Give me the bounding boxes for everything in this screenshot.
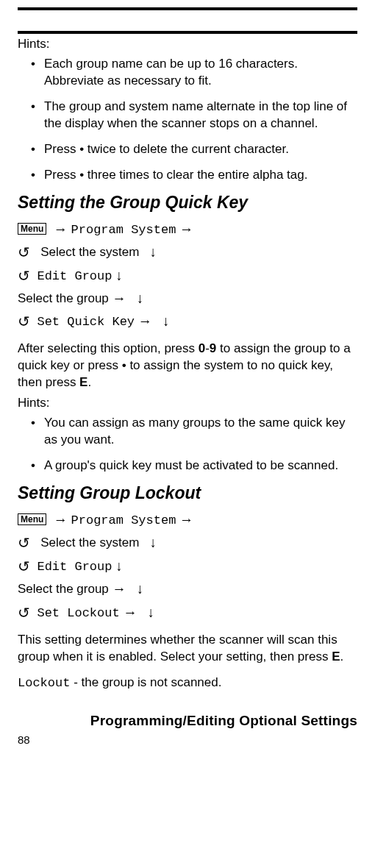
list-item: Press • three times to clear the entire …	[31, 167, 357, 184]
rotate-icon: ↺	[18, 531, 30, 555]
nav-text: Select the system	[40, 536, 139, 549]
footer-title: Programming/Editing Optional Settings	[18, 713, 357, 729]
paragraph-lockout: This setting determines whether the scan…	[18, 632, 357, 666]
arrow-right-icon: →	[54, 221, 68, 237]
page-number: 88	[18, 733, 357, 746]
arrow-down-icon: ↓	[115, 268, 123, 283]
arrow-down-icon: ↓	[137, 581, 144, 597]
nav-text: Set Lockout	[37, 606, 119, 620]
list-item: You can assign as many groups to the sam…	[31, 415, 357, 449]
rotate-icon: ↺	[18, 310, 30, 333]
nav-sequence-1: Menu → Program System → ↺ Select the sys…	[18, 218, 357, 334]
arrow-right-icon: →	[138, 313, 152, 329]
hints-label-2: Hints:	[18, 396, 357, 410]
menu-key-icon: Menu	[18, 513, 46, 525]
arrow-down-icon: ↓	[137, 291, 144, 306]
nav-text: Program System	[71, 223, 176, 237]
lockout-def: Lockout - the group is not scanned.	[18, 675, 357, 692]
arrow-down-icon: ↓	[115, 558, 123, 574]
menu-key-icon: Menu	[18, 223, 46, 235]
rotate-icon: ↺	[18, 241, 30, 264]
list-item: The group and system name alternate in t…	[31, 99, 357, 132]
heading-quick-key: Setting the Group Quick Key	[18, 193, 357, 213]
arrow-down-icon: ↓	[150, 244, 157, 260]
nav-text: Edit Group	[37, 560, 112, 574]
hints-list-2: You can assign as many groups to the sam…	[18, 415, 357, 474]
nav-text: Set Quick Key	[37, 315, 135, 329]
list-item: A group's quick key must be activated to…	[31, 458, 357, 474]
heading-lockout: Setting Group Lockout	[18, 483, 357, 503]
nav-text: Edit Group	[37, 269, 112, 283]
hints-label-1: Hints:	[18, 37, 357, 51]
arrow-down-icon: ↓	[162, 313, 170, 329]
top-double-rule	[18, 31, 357, 34]
nav-text: Select the group	[18, 582, 109, 596]
hints-list-1: Each group name can be up to 16 characte…	[18, 56, 357, 184]
nav-sequence-2: Menu → Program System → ↺ Select the sys…	[18, 509, 357, 625]
nav-text: Program System	[71, 513, 176, 527]
top-thick-rule	[18, 7, 357, 10]
rotate-icon: ↺	[18, 601, 30, 625]
arrow-down-icon: ↓	[148, 605, 155, 620]
list-item: Press • twice to delete the current char…	[31, 141, 357, 158]
nav-text: Select the system	[40, 245, 139, 259]
arrow-down-icon: ↓	[150, 535, 157, 550]
arrow-right-icon: →	[123, 605, 137, 620]
nav-text: Select the group	[18, 291, 109, 305]
arrow-right-icon: →	[179, 221, 193, 237]
arrow-right-icon: →	[54, 512, 68, 527]
arrow-right-icon: →	[113, 291, 126, 306]
list-item: Each group name can be up to 16 characte…	[31, 56, 357, 90]
rotate-icon: ↺	[18, 555, 30, 578]
arrow-right-icon: →	[179, 512, 193, 527]
arrow-right-icon: →	[113, 581, 126, 597]
paragraph-quick-key: After selecting this option, press 0-9 t…	[18, 341, 357, 391]
rotate-icon: ↺	[18, 264, 30, 288]
